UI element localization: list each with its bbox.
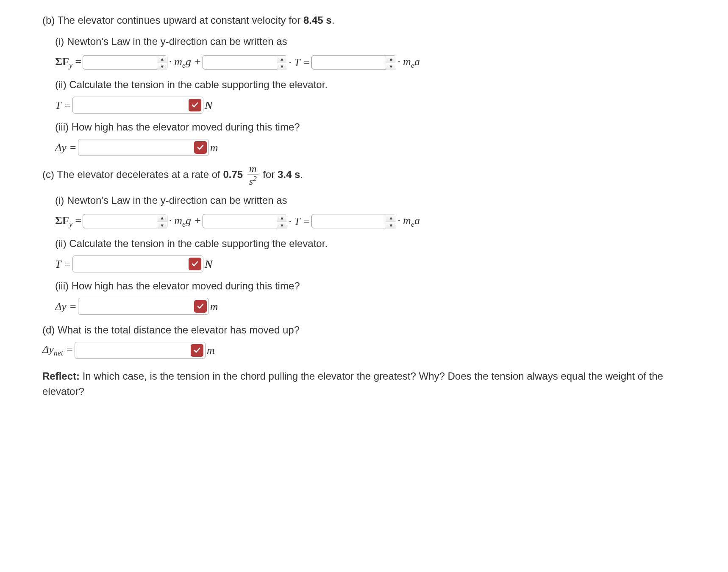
c-i-after3: · mea xyxy=(397,212,420,230)
input-c-iii-field[interactable] xyxy=(78,298,192,314)
c-i-after1: · meg + xyxy=(169,212,201,230)
arrow-down-icon[interactable]: ▼ xyxy=(277,222,287,229)
arrow-down-icon[interactable]: ▼ xyxy=(157,222,167,229)
part-b-i-text: (i) Newton's Law in the y-direction can … xyxy=(55,34,678,49)
check-icon xyxy=(189,99,201,111)
part-c-i-text: (i) Newton's Law in the y-direction can … xyxy=(55,193,678,208)
c-prefix: (c) The elevator decelerates at a rate o… xyxy=(42,169,223,180)
c-suffix: . xyxy=(300,169,303,180)
stepper-arrows[interactable]: ▲ ▼ xyxy=(157,214,167,228)
arrow-down-icon[interactable]: ▼ xyxy=(157,63,167,70)
arrow-up-icon[interactable]: ▲ xyxy=(157,214,167,222)
part-b-iii-text: (iii) How high has the elevator moved du… xyxy=(55,119,678,135)
input-d-field[interactable] xyxy=(75,342,189,358)
d-lhs: Δynet = xyxy=(42,341,73,359)
part-c-ii-text: (ii) Calculate the tension in the cable … xyxy=(55,236,678,251)
dropdown-c-i-3[interactable]: ▲ ▼ xyxy=(311,214,396,228)
dropdown-b-i-3[interactable]: ▲ ▼ xyxy=(311,55,396,69)
arrow-up-icon[interactable]: ▲ xyxy=(277,214,287,222)
part-b-prompt: (b) The elevator continues upward at con… xyxy=(42,13,678,28)
input-c-iii[interactable] xyxy=(78,298,209,315)
b-ii-unit: N xyxy=(205,97,213,114)
stepper-arrows[interactable]: ▲ ▼ xyxy=(277,214,287,228)
stepper-arrows[interactable]: ▲ ▼ xyxy=(277,56,287,69)
arrow-down-icon[interactable]: ▼ xyxy=(386,63,396,70)
arrow-down-icon[interactable]: ▼ xyxy=(386,222,396,229)
arrow-up-icon[interactable]: ▲ xyxy=(157,56,167,63)
input-c-ii-field[interactable] xyxy=(73,256,187,272)
dropdown-b-i-2[interactable]: ▲ ▼ xyxy=(203,55,287,69)
c-i-after2: · T = xyxy=(289,213,310,230)
part-b-iii-eq: Δy = m xyxy=(55,139,678,156)
check-icon xyxy=(189,258,201,270)
dropdown-c-i-2[interactable]: ▲ ▼ xyxy=(203,214,287,228)
arrow-up-icon[interactable]: ▲ xyxy=(386,56,396,63)
reflect-label: Reflect: xyxy=(42,370,80,382)
c-ii-unit: N xyxy=(205,256,213,272)
input-b-ii-field[interactable] xyxy=(73,97,187,113)
b-iii-unit: m xyxy=(210,139,218,156)
fraction-m-over-s2: m s2 xyxy=(247,164,258,186)
dropdown-c-i-1[interactable]: ▲ ▼ xyxy=(83,214,167,228)
part-b-prompt-suffix: . xyxy=(332,14,335,26)
input-d[interactable] xyxy=(75,342,206,359)
part-d-text: (d) What is the total distance the eleva… xyxy=(42,322,678,338)
sigma-Fy: ΣFy = xyxy=(55,53,81,71)
part-c-ii-eq: T = N xyxy=(55,255,678,272)
part-b-prompt-prefix: (b) The elevator continues upward at con… xyxy=(42,14,303,26)
part-d-eq: Δynet = m xyxy=(42,341,678,359)
arrow-up-icon[interactable]: ▲ xyxy=(277,56,287,63)
input-b-iii-field[interactable] xyxy=(78,139,192,155)
b-iii-lhs: Δy = xyxy=(55,139,77,156)
b-i-after1: · meg + xyxy=(169,53,201,71)
stepper-arrows[interactable]: ▲ ▼ xyxy=(386,56,396,69)
arrow-down-icon[interactable]: ▼ xyxy=(277,63,287,70)
dropdown-b-i-1[interactable]: ▲ ▼ xyxy=(83,55,167,69)
c-iii-unit: m xyxy=(210,298,218,315)
part-c-iii-eq: Δy = m xyxy=(55,298,678,315)
input-b-iii[interactable] xyxy=(78,139,209,156)
problem-root: (b) The elevator continues upward at con… xyxy=(42,13,678,399)
input-b-ii[interactable] xyxy=(72,97,203,114)
d-unit: m xyxy=(207,342,215,358)
part-b-i-eq: ΣFy = ▲ ▼ · meg + ▲ ▼ · T = xyxy=(55,53,678,71)
c-mid: for xyxy=(263,169,278,180)
b-ii-lhs: T = xyxy=(55,97,71,114)
part-b-ii-eq: T = N xyxy=(55,97,678,114)
b-i-after2: · T = xyxy=(289,54,310,71)
part-b-ii-text: (ii) Calculate the tension in the cable … xyxy=(55,77,678,92)
input-c-ii[interactable] xyxy=(72,255,203,272)
b-i-after3: · mea xyxy=(397,53,420,71)
check-icon xyxy=(194,141,207,154)
part-c-iii-text: (iii) How high has the elevator moved du… xyxy=(55,278,678,294)
stepper-arrows[interactable]: ▲ ▼ xyxy=(157,56,167,69)
reflect-text: In which case, is the tension in the cho… xyxy=(42,370,663,397)
reflect-block: Reflect: In which case, is the tension i… xyxy=(42,369,678,399)
part-c-i-eq: ΣFy = ▲ ▼ · meg + ▲ ▼ · T = xyxy=(55,212,678,230)
part-b-prompt-value: 8.45 s xyxy=(303,14,332,26)
c-rate: 0.75 xyxy=(223,169,243,180)
c-ii-lhs: T = xyxy=(55,256,71,272)
check-icon xyxy=(191,344,203,357)
sigma-Fy: ΣFy = xyxy=(55,212,81,230)
c-time: 3.4 s xyxy=(278,169,300,180)
part-c-prompt: (c) The elevator decelerates at a rate o… xyxy=(42,164,678,186)
stepper-arrows[interactable]: ▲ ▼ xyxy=(386,214,396,228)
check-icon xyxy=(194,300,207,313)
c-iii-lhs: Δy = xyxy=(55,298,77,315)
arrow-up-icon[interactable]: ▲ xyxy=(386,214,396,222)
